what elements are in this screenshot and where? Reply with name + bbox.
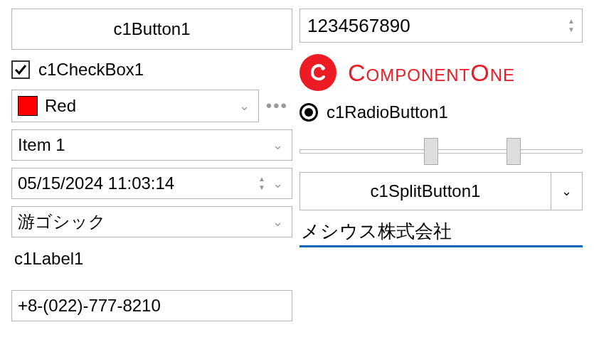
color-swatch <box>18 96 38 116</box>
textbox[interactable] <box>299 218 583 247</box>
range-slider[interactable] <box>299 129 583 165</box>
radio-circle[interactable] <box>299 103 318 122</box>
split-button-label: c1SplitButton1 <box>371 181 481 201</box>
brand-icon <box>299 54 336 91</box>
brand-logo: ComponentOne <box>299 50 583 95</box>
numeric-box[interactable]: 1234567890 ▲ ▼ <box>299 9 583 43</box>
chevron-down-icon[interactable]: ⌄ <box>236 98 253 114</box>
split-button-dropdown[interactable]: ⌄ <box>551 172 583 210</box>
spinner-up-icon[interactable]: ▲ <box>258 175 265 183</box>
font-picker[interactable]: 游ゴシック ⌄ <box>11 206 292 237</box>
slider-thumb-1[interactable] <box>424 138 438 165</box>
brand-glyph-icon <box>306 60 330 85</box>
datetime-value: 05/15/2024 11:03:14 <box>18 173 258 193</box>
c1-button[interactable]: c1Button1 <box>11 9 292 50</box>
chevron-down-icon[interactable]: ⌄ <box>270 137 286 153</box>
radio-dot-icon <box>304 108 313 117</box>
spinner[interactable]: ▲ ▼ <box>568 17 575 34</box>
masked-textbox[interactable]: +8-(022)-777-8210 <box>11 290 292 321</box>
spinner-up-icon[interactable]: ▲ <box>568 17 575 26</box>
font-value: 游ゴシック <box>18 210 270 233</box>
color-picker[interactable]: Red ⌄ <box>11 90 259 122</box>
slider-track <box>299 149 583 154</box>
dropdown-value: Item 1 <box>18 135 270 155</box>
slider-thumb-2[interactable] <box>507 138 521 165</box>
numeric-value: 1234567890 <box>307 15 568 37</box>
button-label: c1Button1 <box>113 19 190 39</box>
chevron-down-icon: ⌄ <box>561 183 572 199</box>
datetime-input[interactable]: 05/15/2024 11:03:14 ▲ ▼ ⌄ <box>11 168 292 199</box>
brand-text: ComponentOne <box>348 59 515 87</box>
split-button[interactable]: c1SplitButton1 ⌄ <box>299 172 583 210</box>
checkbox-box[interactable] <box>11 60 30 79</box>
chevron-down-icon[interactable]: ⌄ <box>270 176 286 191</box>
ellipsis-icon[interactable]: ••• <box>262 96 292 116</box>
radio-label: c1RadioButton1 <box>327 102 448 122</box>
spinner-down-icon[interactable]: ▼ <box>568 26 575 34</box>
dropdown[interactable]: Item 1 ⌄ <box>11 129 292 161</box>
check-icon <box>14 63 27 76</box>
spinner[interactable]: ▲ ▼ <box>258 175 265 192</box>
svg-point-0 <box>321 66 325 70</box>
chevron-down-icon[interactable]: ⌄ <box>270 214 286 230</box>
c1-label: c1Label1 <box>11 245 292 273</box>
c1-radiobutton[interactable]: c1RadioButton1 <box>299 102 583 122</box>
masked-value: +8-(022)-777-8210 <box>18 296 286 316</box>
spinner-down-icon[interactable]: ▼ <box>258 183 265 192</box>
color-label: Red <box>45 96 236 116</box>
checkbox-label: c1CheckBox1 <box>38 60 144 80</box>
c1-checkbox[interactable]: c1CheckBox1 <box>11 57 292 82</box>
split-button-main[interactable]: c1SplitButton1 <box>299 172 551 210</box>
